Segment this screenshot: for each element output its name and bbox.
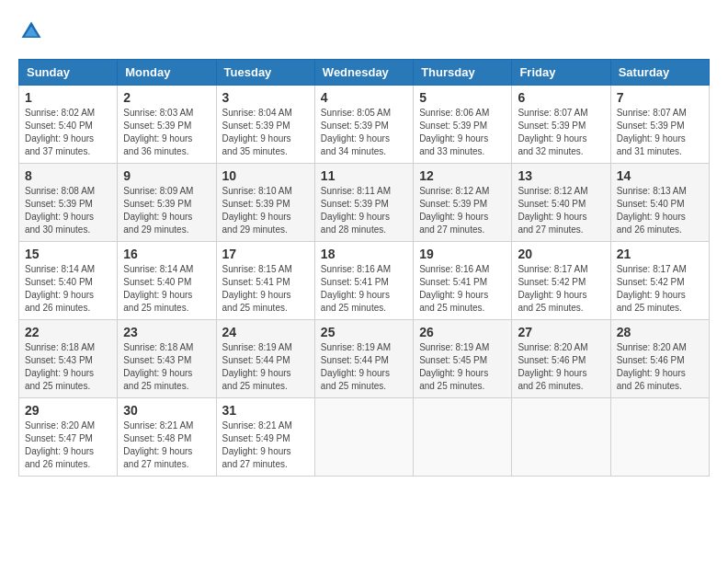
week-row-2: 8Sunrise: 8:08 AM Sunset: 5:39 PM Daylig… [19,164,710,242]
day-number-16: 16 [123,247,210,261]
day-info-17: Sunrise: 8:15 AM Sunset: 5:41 PM Dayligh… [222,263,309,315]
day-info-4: Sunrise: 8:05 AM Sunset: 5:39 PM Dayligh… [321,107,407,158]
day-number-5: 5 [419,90,506,105]
day-number-25: 25 [321,325,407,339]
day-info-9: Sunrise: 8:09 AM Sunset: 5:39 PM Dayligh… [123,185,210,236]
empty-cell [610,398,709,477]
day-cell-8: 8Sunrise: 8:08 AM Sunset: 5:39 PM Daylig… [19,164,118,242]
day-cell-27: 27Sunrise: 8:20 AM Sunset: 5:46 PM Dayli… [512,320,610,398]
day-cell-17: 17Sunrise: 8:15 AM Sunset: 5:41 PM Dayli… [216,242,314,320]
day-number-10: 10 [222,168,309,183]
day-info-15: Sunrise: 8:14 AM Sunset: 5:40 PM Dayligh… [25,263,111,315]
day-number-9: 9 [123,168,210,183]
day-number-21: 21 [617,247,703,261]
day-number-24: 24 [222,325,309,339]
day-info-30: Sunrise: 8:21 AM Sunset: 5:48 PM Dayligh… [123,419,210,471]
weekday-header-sunday: Sunday [19,60,118,86]
day-number-23: 23 [123,325,210,339]
week-row-3: 15Sunrise: 8:14 AM Sunset: 5:40 PM Dayli… [19,242,710,320]
day-cell-16: 16Sunrise: 8:14 AM Sunset: 5:40 PM Dayli… [118,242,216,320]
logo [18,18,48,44]
day-number-27: 27 [518,325,604,339]
week-row-5: 29Sunrise: 8:20 AM Sunset: 5:47 PM Dayli… [19,398,710,477]
day-number-26: 26 [419,325,506,339]
day-number-6: 6 [518,90,604,105]
day-number-20: 20 [518,247,604,261]
day-number-17: 17 [222,247,309,261]
day-cell-14: 14Sunrise: 8:13 AM Sunset: 5:40 PM Dayli… [610,164,709,242]
day-info-22: Sunrise: 8:18 AM Sunset: 5:43 PM Dayligh… [25,341,111,393]
logo-icon [18,18,44,44]
week-row-1: 1Sunrise: 8:02 AM Sunset: 5:40 PM Daylig… [19,86,710,164]
day-cell-4: 4Sunrise: 8:05 AM Sunset: 5:39 PM Daylig… [314,86,413,164]
day-number-12: 12 [419,168,506,183]
day-info-31: Sunrise: 8:21 AM Sunset: 5:49 PM Dayligh… [222,419,309,471]
weekday-header-monday: Monday [118,60,216,86]
day-info-26: Sunrise: 8:19 AM Sunset: 5:45 PM Dayligh… [419,341,506,393]
day-info-25: Sunrise: 8:19 AM Sunset: 5:44 PM Dayligh… [321,341,407,393]
day-info-21: Sunrise: 8:17 AM Sunset: 5:42 PM Dayligh… [617,263,703,315]
day-info-2: Sunrise: 8:03 AM Sunset: 5:39 PM Dayligh… [123,107,210,158]
empty-cell [414,398,512,477]
day-info-27: Sunrise: 8:20 AM Sunset: 5:46 PM Dayligh… [518,341,604,393]
calendar-table: SundayMondayTuesdayWednesdayThursdayFrid… [18,59,710,477]
empty-cell [314,398,413,477]
day-cell-22: 22Sunrise: 8:18 AM Sunset: 5:43 PM Dayli… [19,320,118,398]
day-cell-30: 30Sunrise: 8:21 AM Sunset: 5:48 PM Dayli… [118,398,216,477]
day-info-29: Sunrise: 8:20 AM Sunset: 5:47 PM Dayligh… [25,419,111,471]
day-cell-23: 23Sunrise: 8:18 AM Sunset: 5:43 PM Dayli… [118,320,216,398]
week-row-4: 22Sunrise: 8:18 AM Sunset: 5:43 PM Dayli… [19,320,710,398]
day-cell-13: 13Sunrise: 8:12 AM Sunset: 5:40 PM Dayli… [512,164,610,242]
day-cell-3: 3Sunrise: 8:04 AM Sunset: 5:39 PM Daylig… [216,86,314,164]
day-cell-19: 19Sunrise: 8:16 AM Sunset: 5:41 PM Dayli… [414,242,512,320]
day-cell-20: 20Sunrise: 8:17 AM Sunset: 5:42 PM Dayli… [512,242,610,320]
day-info-16: Sunrise: 8:14 AM Sunset: 5:40 PM Dayligh… [123,263,210,315]
day-cell-31: 31Sunrise: 8:21 AM Sunset: 5:49 PM Dayli… [216,398,314,477]
day-info-5: Sunrise: 8:06 AM Sunset: 5:39 PM Dayligh… [419,107,506,158]
day-number-14: 14 [617,168,703,183]
day-number-22: 22 [25,325,111,339]
day-cell-28: 28Sunrise: 8:20 AM Sunset: 5:46 PM Dayli… [610,320,709,398]
day-number-29: 29 [25,403,111,418]
day-info-7: Sunrise: 8:07 AM Sunset: 5:39 PM Dayligh… [617,107,703,158]
day-cell-7: 7Sunrise: 8:07 AM Sunset: 5:39 PM Daylig… [610,86,709,164]
day-info-11: Sunrise: 8:11 AM Sunset: 5:39 PM Dayligh… [321,185,407,236]
day-number-8: 8 [25,168,111,183]
day-cell-2: 2Sunrise: 8:03 AM Sunset: 5:39 PM Daylig… [118,86,216,164]
day-info-23: Sunrise: 8:18 AM Sunset: 5:43 PM Dayligh… [123,341,210,393]
day-number-2: 2 [123,90,210,105]
weekday-header-row: SundayMondayTuesdayWednesdayThursdayFrid… [19,60,710,86]
day-cell-15: 15Sunrise: 8:14 AM Sunset: 5:40 PM Dayli… [19,242,118,320]
day-cell-9: 9Sunrise: 8:09 AM Sunset: 5:39 PM Daylig… [118,164,216,242]
empty-cell [512,398,610,477]
day-cell-18: 18Sunrise: 8:16 AM Sunset: 5:41 PM Dayli… [314,242,413,320]
day-number-7: 7 [617,90,703,105]
day-number-4: 4 [321,90,407,105]
day-number-18: 18 [321,247,407,261]
day-cell-5: 5Sunrise: 8:06 AM Sunset: 5:39 PM Daylig… [414,86,512,164]
day-info-14: Sunrise: 8:13 AM Sunset: 5:40 PM Dayligh… [617,185,703,236]
weekday-header-tuesday: Tuesday [216,60,314,86]
day-cell-12: 12Sunrise: 8:12 AM Sunset: 5:39 PM Dayli… [414,164,512,242]
weekday-header-wednesday: Wednesday [314,60,413,86]
day-number-11: 11 [321,168,407,183]
weekday-header-saturday: Saturday [610,60,709,86]
day-number-19: 19 [419,247,506,261]
day-info-28: Sunrise: 8:20 AM Sunset: 5:46 PM Dayligh… [617,341,703,393]
day-info-18: Sunrise: 8:16 AM Sunset: 5:41 PM Dayligh… [321,263,407,315]
day-cell-24: 24Sunrise: 8:19 AM Sunset: 5:44 PM Dayli… [216,320,314,398]
day-cell-29: 29Sunrise: 8:20 AM Sunset: 5:47 PM Dayli… [19,398,118,477]
day-cell-25: 25Sunrise: 8:19 AM Sunset: 5:44 PM Dayli… [314,320,413,398]
day-cell-26: 26Sunrise: 8:19 AM Sunset: 5:45 PM Dayli… [414,320,512,398]
day-cell-10: 10Sunrise: 8:10 AM Sunset: 5:39 PM Dayli… [216,164,314,242]
day-info-8: Sunrise: 8:08 AM Sunset: 5:39 PM Dayligh… [25,185,111,236]
day-number-15: 15 [25,247,111,261]
day-info-10: Sunrise: 8:10 AM Sunset: 5:39 PM Dayligh… [222,185,309,236]
day-info-12: Sunrise: 8:12 AM Sunset: 5:39 PM Dayligh… [419,185,506,236]
day-info-20: Sunrise: 8:17 AM Sunset: 5:42 PM Dayligh… [518,263,604,315]
weekday-header-friday: Friday [512,60,610,86]
weekday-header-thursday: Thursday [414,60,512,86]
day-number-31: 31 [222,403,309,418]
day-info-3: Sunrise: 8:04 AM Sunset: 5:39 PM Dayligh… [222,107,309,158]
day-cell-6: 6Sunrise: 8:07 AM Sunset: 5:39 PM Daylig… [512,86,610,164]
